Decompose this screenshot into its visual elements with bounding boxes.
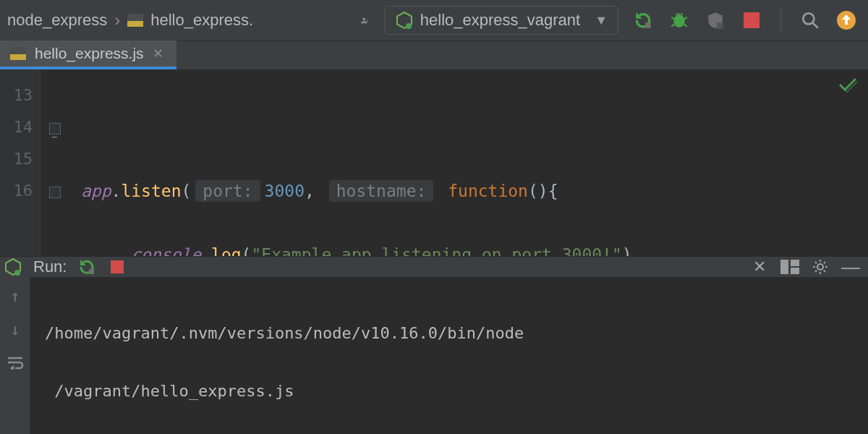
- tab-label: hello_express.js: [35, 45, 144, 62]
- token-identifier: app: [81, 182, 111, 200]
- line-number: 16: [0, 175, 33, 207]
- toolbar-actions: [629, 9, 861, 32]
- nodejs-icon: [4, 258, 22, 276]
- token-identifier: console: [131, 245, 201, 256]
- svg-line-7: [812, 22, 818, 28]
- run-config-label: hello_express_vagrant: [420, 11, 580, 30]
- up-stack-button[interactable]: ↑: [5, 286, 25, 306]
- layout-button[interactable]: [780, 257, 800, 277]
- run-coverage-button[interactable]: [705, 10, 726, 30]
- fold-end-icon[interactable]: [49, 187, 61, 198]
- svg-rect-2: [645, 22, 651, 28]
- toolbar-separator: [780, 9, 781, 32]
- stop-button[interactable]: [107, 257, 127, 277]
- line-number: 15: [0, 143, 33, 175]
- breadcrumb-file-label: hello_express.: [150, 11, 253, 30]
- tab-hello-express[interactable]: hello_express.js ✕: [0, 41, 176, 69]
- line-number: 14: [0, 111, 33, 143]
- inlay-hint: port:: [195, 180, 260, 202]
- inspection-ok-icon[interactable]: [838, 77, 858, 93]
- line-number-gutter: 13 14 15 16: [0, 69, 41, 256]
- breadcrumb-file[interactable]: hello_express.: [123, 8, 258, 33]
- debug-button[interactable]: [669, 10, 689, 30]
- svg-rect-12: [111, 260, 124, 273]
- svg-point-6: [803, 13, 814, 24]
- svg-point-10: [14, 270, 20, 276]
- chevron-right-icon: ›: [113, 12, 122, 29]
- svg-point-16: [817, 264, 823, 270]
- fold-toggle-icon[interactable]: [49, 123, 61, 135]
- line-number: 13: [0, 80, 33, 111]
- token-number: 3000: [265, 182, 305, 200]
- top-navbar: node_express › hello_express. hello_expr…: [0, 0, 868, 41]
- close-icon[interactable]: ✕: [153, 46, 163, 61]
- svg-rect-14: [791, 260, 799, 266]
- run-tool-window: Run: ✕ — ↑ ↓ /home/vagrant/.nvm/versions…: [0, 256, 868, 434]
- code-line: app.listen(port:3000, hostname: function…: [81, 175, 868, 207]
- run-console[interactable]: /home/vagrant/.nvm/versions/node/v10.16.…: [30, 277, 868, 434]
- breadcrumb-project[interactable]: node_express: [3, 8, 111, 33]
- js-file-icon: [127, 14, 143, 27]
- svg-point-1: [406, 23, 412, 29]
- token-punct: (){: [528, 182, 558, 200]
- nodejs-icon: [396, 12, 413, 29]
- svg-point-3: [673, 14, 684, 27]
- rerun-button[interactable]: [77, 257, 97, 277]
- breadcrumb: node_express › hello_express.: [3, 8, 258, 33]
- minimize-button[interactable]: —: [841, 257, 861, 277]
- soft-wrap-button[interactable]: [5, 352, 25, 373]
- indent: [81, 245, 131, 256]
- console-line: /home/vagrant/.nvm/versions/node/v10.16.…: [45, 319, 854, 348]
- svg-rect-4: [717, 22, 723, 29]
- token-keyword: function: [448, 182, 528, 200]
- svg-rect-11: [89, 269, 94, 274]
- run-config-selector[interactable]: hello_express_vagrant ▼: [385, 6, 618, 35]
- console-line: /vagrant/hello_express.js: [45, 377, 854, 406]
- editor-tabstrip: hello_express.js ✕: [0, 41, 868, 69]
- run-side-actions: ↑ ↓: [0, 277, 30, 434]
- rerun-button[interactable]: [633, 10, 653, 30]
- js-file-icon: [10, 47, 26, 60]
- svg-rect-13: [780, 260, 788, 274]
- chevron-down-icon: ▼: [595, 13, 608, 28]
- code-line: console.log("Example app listening on po…: [81, 239, 868, 256]
- token-punct: .: [201, 245, 211, 256]
- token-string: "Example app listening on port 3000!": [251, 245, 621, 256]
- run-title: Run:: [33, 258, 67, 276]
- stop-button[interactable]: [741, 10, 762, 30]
- down-stack-button[interactable]: ↓: [5, 319, 25, 339]
- token-punct: .: [111, 182, 122, 200]
- update-button[interactable]: [836, 10, 856, 30]
- token-punct: ,: [305, 182, 325, 200]
- code-editor[interactable]: 13 14 15 16 app.listen(port:3000, hostna…: [0, 69, 868, 256]
- search-button[interactable]: [800, 10, 820, 30]
- fold-gutter: [41, 69, 69, 256]
- token-punct: ): [622, 245, 632, 256]
- token-punct: (: [182, 182, 192, 200]
- svg-rect-5: [744, 12, 760, 28]
- code-with-me-button[interactable]: [354, 10, 375, 30]
- svg-rect-15: [791, 268, 799, 274]
- token-method: log: [211, 245, 242, 256]
- settings-button[interactable]: [810, 257, 830, 277]
- run-header: Run: ✕ —: [0, 256, 868, 277]
- close-panel-button[interactable]: ✕: [749, 257, 770, 277]
- token-punct: (: [242, 245, 252, 256]
- token-method: listen: [121, 182, 181, 200]
- code-line: [81, 111, 868, 143]
- inlay-hint: hostname:: [329, 180, 434, 202]
- code-area[interactable]: app.listen(port:3000, hostname: function…: [69, 69, 868, 256]
